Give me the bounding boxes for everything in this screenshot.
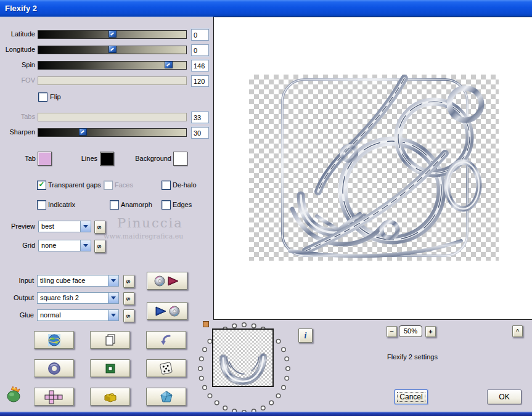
indicatrix-checkbox[interactable]	[37, 200, 46, 210]
latitude-value-input[interactable]	[191, 29, 209, 41]
tab-color-swatch[interactable]	[38, 152, 52, 166]
dice-button[interactable]	[146, 359, 186, 377]
undo-button[interactable]	[146, 331, 186, 349]
lego-brick-icon	[102, 390, 118, 404]
transparent-gaps-checkbox[interactable]: ✓	[37, 181, 46, 190]
glue-select-label: Glue	[0, 311, 34, 319]
info-button[interactable]: i	[298, 328, 313, 343]
unfolded-cube-icon	[44, 389, 65, 404]
square-frame-icon	[103, 362, 118, 375]
longitude-slider[interactable]	[38, 46, 187, 54]
preview-select[interactable]: best	[38, 221, 91, 232]
grid-select-label: Grid	[0, 242, 35, 249]
glue-shuffle-button[interactable]: s	[123, 309, 134, 322]
frame-button[interactable]	[90, 359, 130, 377]
cancel-button[interactable]: Cancel	[395, 389, 428, 404]
preview-artwork	[249, 75, 499, 261]
longitude-label: Longitude	[0, 46, 35, 53]
globe-icon	[47, 333, 62, 347]
load-settings-button[interactable]	[147, 272, 187, 290]
edges-checkbox[interactable]	[162, 200, 171, 210]
spin-label: Spin	[0, 61, 35, 68]
fov-label: FOV	[0, 76, 35, 84]
preview-select-label: Preview	[0, 222, 35, 230]
undo-arrow-icon	[159, 333, 174, 347]
input-select[interactable]: tiling cube face	[37, 275, 119, 287]
lines-color-label: Lines	[67, 155, 97, 162]
tabs-value-input[interactable]	[191, 112, 209, 123]
lines-color-swatch[interactable]	[100, 152, 114, 166]
output-select[interactable]: square fish 2	[37, 292, 119, 304]
sharpen-slider-thumb[interactable]	[79, 128, 87, 136]
chevron-down-icon[interactable]	[108, 293, 118, 303]
latitude-label: Latitude	[0, 30, 35, 38]
chevron-down-icon[interactable]	[108, 275, 118, 286]
spin-slider-thumb[interactable]	[165, 61, 173, 68]
tabs-slider	[38, 113, 187, 121]
navigator-thumbnail[interactable]	[212, 328, 274, 387]
ok-button[interactable]: OK	[487, 389, 522, 404]
flexify2-dialog: Flexify 2 Latitude Longitude Spin FOV Fl…	[0, 0, 532, 416]
latitude-slider[interactable]	[38, 30, 187, 39]
faces-checkbox	[104, 181, 113, 190]
minus-icon: −	[390, 328, 393, 335]
anamorph-checkbox[interactable]	[110, 200, 119, 210]
faces-label: Faces	[115, 181, 133, 189]
lego-button[interactable]	[90, 388, 130, 406]
preview-shuffle-button[interactable]: s	[94, 221, 105, 234]
main-preview-area[interactable]	[213, 17, 532, 320]
fov-value-input[interactable]	[191, 75, 209, 87]
grid-shuffle-button[interactable]: s	[94, 240, 105, 253]
transparency-checkerboard	[249, 75, 499, 261]
zoom-level: 50%	[399, 325, 422, 337]
grid-select[interactable]: none	[38, 240, 91, 251]
chevron-down-icon[interactable]	[80, 221, 91, 232]
background-color-label: Background	[121, 155, 171, 162]
flaming-pear-logo[interactable]	[5, 386, 23, 406]
input-select-label: Input	[0, 277, 34, 284]
polyhedron-icon	[159, 390, 174, 404]
polyhedron-button[interactable]	[146, 388, 186, 406]
torus-button[interactable]	[34, 359, 74, 377]
sharpen-slider[interactable]	[38, 128, 187, 137]
input-shuffle-button[interactable]: s	[123, 275, 134, 288]
globe-button[interactable]	[34, 331, 74, 349]
flip-checkbox[interactable]	[38, 92, 47, 102]
plus-icon: +	[428, 328, 432, 335]
settings-status-text: Flexify 2 settings	[387, 353, 498, 361]
collapse-button[interactable]: ^	[512, 325, 523, 337]
output-shuffle-button[interactable]: s	[123, 292, 134, 305]
window-title: Flexify 2	[0, 4, 37, 13]
de-halo-label: De-halo	[173, 181, 197, 189]
background-color-swatch[interactable]	[173, 152, 187, 166]
zoom-in-button[interactable]: +	[425, 326, 436, 337]
caret-up-icon: ^	[516, 328, 519, 335]
spin-value-input[interactable]	[191, 60, 209, 71]
longitude-value-input[interactable]	[191, 44, 209, 56]
glue-select[interactable]: normal	[37, 309, 119, 321]
save-settings-button[interactable]	[147, 302, 187, 320]
spin-slider[interactable]	[38, 61, 187, 70]
sharpen-value-input[interactable]	[191, 127, 209, 139]
drag-handle[interactable]	[203, 321, 209, 327]
latitude-slider-thumb[interactable]	[108, 30, 117, 38]
thumbnail-crescent	[213, 330, 272, 386]
info-icon: i	[305, 331, 307, 341]
indicatrix-label: Indicatrix	[48, 201, 75, 209]
zoom-out-button[interactable]: −	[387, 326, 397, 337]
play-disc-icon	[152, 305, 182, 317]
edges-label: Edges	[173, 201, 192, 209]
anamorph-label: Anamorph	[121, 201, 152, 209]
copy-button[interactable]	[90, 331, 130, 349]
disc-play-icon	[152, 275, 182, 287]
longitude-slider-thumb[interactable]	[108, 46, 117, 53]
title-bar[interactable]: Flexify 2	[0, 0, 532, 17]
watermark-url: www.maidiregrafica.eu	[104, 232, 183, 240]
watermark-name: Pinuccia	[117, 216, 183, 230]
unfolded-cube-button[interactable]	[34, 388, 74, 406]
chevron-down-icon[interactable]	[80, 240, 91, 251]
output-select-label: Output	[0, 294, 34, 301]
chevron-down-icon[interactable]	[108, 310, 118, 320]
dice-icon	[158, 361, 174, 376]
de-halo-checkbox[interactable]	[162, 181, 171, 190]
